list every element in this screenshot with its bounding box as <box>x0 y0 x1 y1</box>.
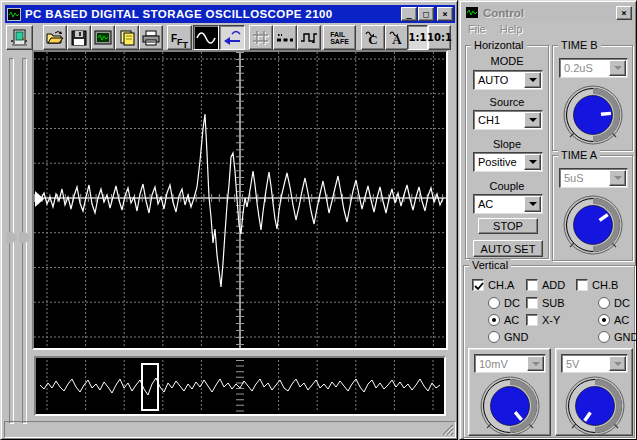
maximize-button[interactable]: □ <box>418 7 434 21</box>
crt-screen-icon <box>94 30 112 46</box>
radio-dot-icon <box>492 318 496 322</box>
ch-b-gnd-radio[interactable]: GND <box>598 331 637 343</box>
calibrate-a-button[interactable]: A <box>385 25 409 50</box>
control-window: Control × File Help Horizontal MODE AUTO… <box>459 0 637 440</box>
copy-button[interactable] <box>115 25 139 50</box>
time-b-group-label: TIME B <box>558 39 601 51</box>
preview-selection-box[interactable] <box>141 363 159 411</box>
print-button[interactable] <box>139 25 163 50</box>
save-button[interactable] <box>67 25 91 50</box>
mode-combo[interactable]: AUTO <box>473 70 543 90</box>
dropdown-arrow-icon[interactable] <box>524 112 541 128</box>
main-window-title: PC BASED DIGITAL STORAGE OSCILLOSCOPE 21… <box>25 8 333 20</box>
desktop: { "main_window": { "title": "PC BASED DI… <box>0 0 637 440</box>
recall-waveform-button[interactable] <box>219 25 245 50</box>
app-icon <box>7 8 21 21</box>
dropdown-arrow-icon[interactable] <box>524 72 541 88</box>
ch-a-range-combo[interactable]: 10mV <box>474 354 546 373</box>
ch-b-checkbox[interactable]: CH.B <box>576 279 618 291</box>
dropdown-arrow-icon <box>609 170 626 186</box>
floppy-disk-icon <box>71 30 87 46</box>
resize-grip-icon[interactable] <box>441 423 454 436</box>
failsafe-button[interactable]: FAILSAFE <box>323 25 356 50</box>
time-a-value: 5uS <box>564 172 584 184</box>
ch-a-knob[interactable] <box>479 375 541 437</box>
ch-b-knob[interactable] <box>564 375 626 437</box>
ch-b-dc-radio[interactable]: DC <box>598 297 630 309</box>
trigger-position-marker[interactable] <box>35 191 44 207</box>
time-a-group: TIME A 5uS <box>552 155 633 261</box>
radio-dot-icon <box>602 318 606 322</box>
control-titlebar[interactable]: Control × <box>463 4 634 21</box>
waveform-mode-button[interactable] <box>193 25 219 50</box>
stop-button[interactable]: STOP <box>478 218 538 234</box>
grid-icon <box>252 30 270 46</box>
horizontal-group: Horizontal MODE AUTO Source CH1 Slope Po… <box>465 45 549 259</box>
xy-checkbox[interactable]: X-Y <box>526 314 560 326</box>
ratio-10to1-button[interactable]: 10:1 <box>428 25 451 50</box>
source-label: Source <box>466 96 548 108</box>
open-folder-icon <box>46 30 64 46</box>
close-button[interactable]: × <box>437 7 453 21</box>
ch-b-dc-label: DC <box>614 297 630 309</box>
menu-file[interactable]: File <box>468 23 486 38</box>
trigger-wave-button[interactable] <box>297 25 321 50</box>
xy-checkbox-label: X-Y <box>542 314 560 326</box>
mode-label: MODE <box>466 55 548 67</box>
ch-b-ac-radio[interactable]: AC <box>598 314 629 326</box>
time-b-combo[interactable]: 0.2uS <box>559 58 628 78</box>
ch-a-dc-radio[interactable]: DC <box>488 297 520 309</box>
minimize-button[interactable]: _ <box>401 7 417 21</box>
grid-toggle-button[interactable] <box>249 25 273 50</box>
scope-display <box>32 50 448 350</box>
ch-a-ac-label: AC <box>504 314 519 326</box>
ch-a-checkbox[interactable]: CH.A <box>472 279 514 291</box>
add-checkbox[interactable]: ADD <box>526 279 565 291</box>
ch-a-gnd-radio[interactable]: GND <box>488 331 528 343</box>
slider-tick <box>11 40 13 42</box>
time-a-group-label: TIME A <box>558 149 600 161</box>
source-combo[interactable]: CH1 <box>473 110 543 130</box>
ch-b-ac-label: AC <box>614 314 629 326</box>
time-b-knob[interactable] <box>562 84 624 146</box>
cal-a-label: A <box>392 32 401 48</box>
display-settings-button[interactable] <box>91 25 115 50</box>
source-value: CH1 <box>478 114 500 126</box>
fft-button[interactable]: FFT <box>167 25 192 50</box>
add-checkbox-label: ADD <box>542 279 565 291</box>
vertical-group: Vertical CH.A ADD CH.B DC AC GND SUB <box>463 265 635 438</box>
slope-value: Positive <box>478 156 517 168</box>
sub-checkbox[interactable]: SUB <box>526 297 565 309</box>
ch-b-range-combo[interactable]: 5V <box>561 354 628 373</box>
couple-combo[interactable]: AC <box>473 194 543 214</box>
ch-a-gnd-label: GND <box>504 331 528 343</box>
control-close-button[interactable]: × <box>616 6 632 20</box>
ratio-1to1-button[interactable]: 1:1 <box>407 25 428 50</box>
sine-wave-icon <box>196 30 216 46</box>
position-slider-handle[interactable] <box>19 232 31 243</box>
open-button[interactable] <box>43 25 67 50</box>
ch-b-checkbox-label: CH.B <box>592 279 618 291</box>
auto-set-button[interactable]: AUTO SET <box>473 240 543 257</box>
dropdown-arrow-icon[interactable] <box>524 154 541 170</box>
ratio-10to1-label: 10:1 <box>427 32 452 43</box>
slope-combo[interactable]: Positive <box>473 152 543 172</box>
trigger-level-slider-handle[interactable] <box>6 232 18 243</box>
calibrate-c-button[interactable]: C <box>361 25 385 50</box>
time-b-group: TIME B 0.2uS <box>552 45 633 151</box>
control-window-title: Control <box>483 7 524 19</box>
main-titlebar[interactable]: PC BASED DIGITAL STORAGE OSCILLOSCOPE 21… <box>5 5 455 23</box>
menu-help[interactable]: Help <box>500 23 523 38</box>
time-a-combo[interactable]: 5uS <box>559 168 628 188</box>
dropdown-arrow-icon[interactable] <box>524 196 541 212</box>
status-bar <box>4 421 456 438</box>
ch-b-panel: 5V <box>555 348 633 436</box>
app-icon <box>465 6 479 19</box>
dotted-line-button[interactable] <box>273 25 297 50</box>
ch-a-ac-radio[interactable]: AC <box>488 314 519 326</box>
printer-icon <box>142 30 160 46</box>
time-a-knob[interactable] <box>562 194 624 256</box>
preview-display <box>34 356 446 416</box>
dropdown-arrow-icon <box>527 356 544 371</box>
exit-button[interactable] <box>6 25 33 50</box>
